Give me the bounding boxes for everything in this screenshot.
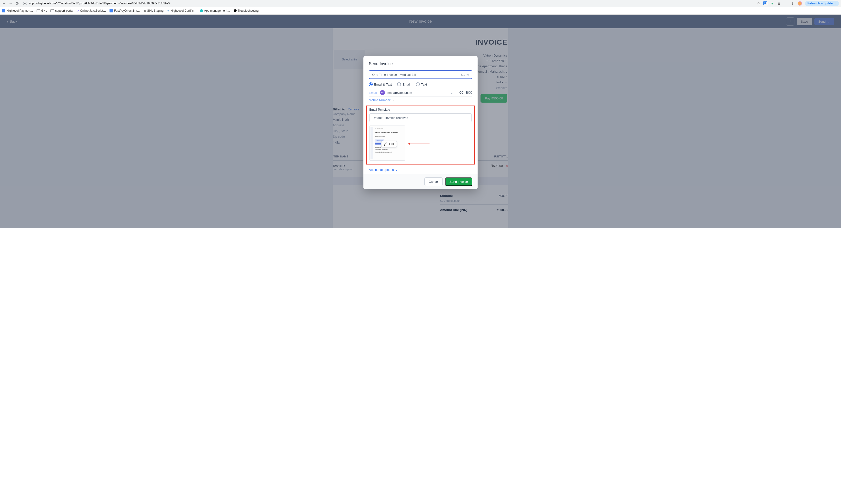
email-label: Email: [369,91,378,94]
bookmark-item[interactable]: Highlevel Paymen… [2,9,33,13]
char-count: 31 / 40 [460,73,469,76]
bookmark-label: support-portal [55,9,73,13]
browser-toolbar: ← → ⟳ ⇆ app.gohighlevel.com/v2/location/… [0,0,841,7]
template-preview[interactable]: ☐ Invoice sent Invoice for {{receiverFir… [369,126,405,161]
radio-label: Email & Text [374,83,392,86]
modal-title: Send Invoice [369,61,472,66]
relaunch-button[interactable]: Relaunch to update ⋮ [805,1,839,6]
cancel-button[interactable]: Cancel [424,177,442,186]
cc-button[interactable]: CC [459,91,463,94]
mobile-label: Mobile Number: [369,98,391,102]
radio-icon [397,83,401,86]
relaunch-menu-icon: ⋮ [834,2,837,5]
extension-fi-icon[interactable]: FI [764,1,767,5]
trouble-icon [234,9,236,12]
download-icon[interactable]: ⭳ [791,1,795,5]
radio-label: Text [421,83,427,86]
extensions-icon[interactable]: ⊞ [777,1,781,5]
bookmark-label: App management… [204,9,230,13]
bookmark-label: FastPayDirect inv… [114,9,140,13]
radio-email[interactable]: Email [397,83,410,86]
forward-arrow-icon[interactable]: → [9,1,13,6]
subject-value: One Time Invoice - Medical Bill [372,73,416,76]
url-text: app.gohighlevel.com/v2/location/OaSDpxpA… [29,2,170,5]
app-icon [200,9,203,12]
doc-icon [109,9,113,13]
folder-icon [51,9,54,12]
send-invoice-button[interactable]: Send Invoice [445,177,472,186]
reload-icon[interactable]: ⟳ [16,1,19,6]
preview-line: {{senderBusinessName}} [375,151,403,154]
bookmark-item[interactable]: support-portal [51,9,73,13]
js-icon: ᐳ [76,9,79,13]
chevron-down-icon[interactable]: ⌄ [451,91,453,94]
divider: | [784,1,788,5]
folder-icon [37,9,40,12]
bookmark-label: Highlevel Paymen… [6,9,33,13]
bookmark-item[interactable]: App management… [200,9,230,13]
edit-template-button[interactable]: Edit [381,141,397,147]
template-value: Default - Invoice received [372,116,408,120]
pencil-icon [384,142,388,146]
bookmark-label: HighLevel Certific… [171,9,197,13]
bookmark-item[interactable]: ᐳOnline JavaScript… [76,9,106,13]
radio-label: Email [402,83,410,86]
mobile-value: - [393,98,394,102]
radio-icon [369,83,373,86]
email-template-section: Email Template Default - Invoice receive… [366,106,475,164]
bookmark-label: GHL Staging [147,9,164,13]
svg-marker-1 [407,143,410,145]
star-icon[interactable]: ☆ [757,1,760,5]
preview-line: {{senderFullName}} [375,149,403,151]
template-label: Email Template [369,108,472,111]
preview-line: Invoice for {{receiverFirstName}} [375,132,403,134]
send-invoice-modal: Send Invoice One Time Invoice - Medical … [364,56,477,190]
profile-avatar-icon[interactable] [798,1,802,6]
additional-options-label: Additional options [369,168,394,172]
subject-input[interactable]: One Time Invoice - Medical Bill 31 / 40 [369,70,472,79]
radio-text[interactable]: Text [416,83,427,86]
radio-email-text[interactable]: Email & Text [369,83,392,86]
edit-label: Edit [389,143,394,146]
bookmarks-bar: Highlevel Paymen… GHL support-portal ᐳOn… [0,7,841,15]
back-arrow-icon[interactable]: ← [2,1,6,6]
relaunch-label: Relaunch to update [807,2,833,5]
hl-icon: ✦ [167,9,170,13]
globe-icon: ◍ [143,9,146,13]
email-value: mshah@test.com [387,91,412,94]
bookmark-item[interactable]: ◍GHL Staging [143,9,164,13]
bookmark-item[interactable]: Troubleshooting… [234,9,262,13]
extension-vue-icon[interactable]: ▼ [770,1,774,5]
radio-icon [416,83,420,86]
template-select[interactable]: Default - Invoice received [369,113,472,122]
avatar: MS [380,90,385,95]
bookmark-label: Online JavaScript… [80,9,106,13]
bookmark-item[interactable]: ✦HighLevel Certific… [167,9,197,13]
arrow-annotation-icon [407,143,430,145]
bookmark-label: Troubleshooting… [238,9,262,13]
url-bar[interactable]: ⇆ app.gohighlevel.com/v2/location/OaSDpx… [21,1,754,6]
bookmark-item[interactable]: GHL [37,9,47,13]
bcc-button[interactable]: BCC [466,91,472,94]
doc-icon [2,9,5,13]
site-info-icon[interactable]: ⇆ [23,2,27,5]
bookmark-item[interactable]: FastPayDirect inv… [109,9,140,13]
bookmark-label: GHL [41,9,47,13]
additional-options-toggle[interactable]: Additional options ⌄ [369,168,472,172]
preview-line: Ready To Play [375,136,403,138]
chevron-down-icon: ⌄ [395,168,398,172]
